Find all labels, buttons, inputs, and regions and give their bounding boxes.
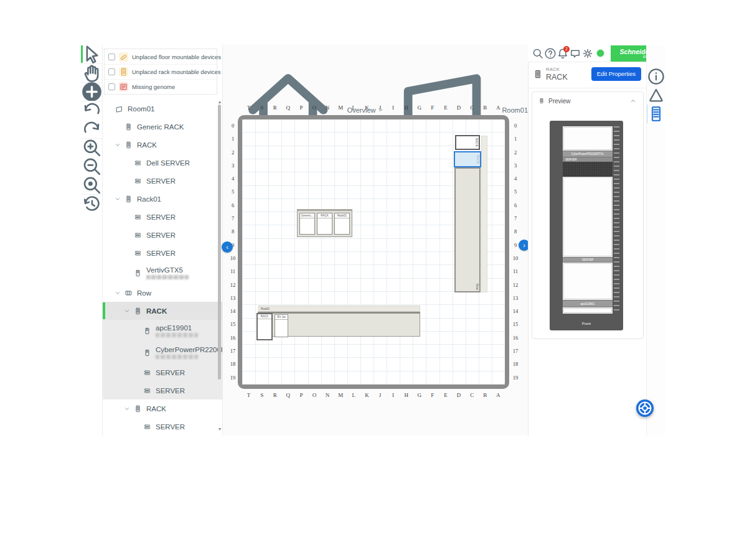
rack-view-tab-button[interactable]: [647, 105, 665, 123]
notifications-button[interactable]: 2: [557, 45, 569, 62]
floor-plan-canvas[interactable]: Overview > Room01 TSRQPONMLKJIHGFEDCBA T…: [223, 45, 528, 436]
canvas-rack-generic[interactable]: Generic...: [299, 213, 315, 235]
avatar[interactable]: [596, 49, 604, 57]
chevron-down-icon[interactable]: [114, 289, 121, 297]
edit-properties-button[interactable]: Edit Properties: [591, 67, 641, 81]
filter-box: Unplaced floor mountable devices Unplace…: [104, 49, 217, 95]
tree-scrollbar[interactable]: [218, 105, 221, 380]
grid-column-label: K: [360, 392, 374, 398]
grid-column-label: R: [268, 105, 281, 111]
tree-item-row[interactable]: Row: [103, 284, 223, 302]
canvas-rack[interactable]: RACK: [455, 135, 480, 150]
canvas-row01-rack2[interactable]: RV Jet: [275, 314, 288, 337]
missing-genome-checkbox[interactable]: [108, 83, 115, 90]
genome-icon: [119, 82, 128, 91]
room-icon: [115, 105, 123, 113]
canvas-rack-group[interactable]: Generic... RACK Rack01: [297, 209, 352, 237]
grid-row-label: 18: [510, 358, 520, 371]
chevron-down-icon[interactable]: [123, 307, 131, 315]
chevron-down-icon[interactable]: [114, 141, 121, 149]
tree-item-generic-rack[interactable]: Generic RACK: [103, 118, 223, 136]
select-tool-button[interactable]: [81, 45, 103, 63]
zoom-reset-button[interactable]: [81, 175, 103, 194]
tree-item-rack[interactable]: RACK: [103, 302, 223, 320]
filter-unplaced-rack[interactable]: Unplaced rack mountable devices: [105, 64, 217, 79]
tree-item-rack01[interactable]: Rack01: [103, 190, 223, 208]
canvas-rack-rack[interactable]: RACK: [317, 213, 332, 235]
tree-item-rack[interactable]: RACK: [103, 136, 223, 154]
info-tab-button[interactable]: [647, 67, 665, 86]
rack-label: RACK: [475, 138, 478, 147]
search-button[interactable]: [532, 45, 544, 62]
tree-item-cyberpowerpr2200r[interactable]: CyberPowerPR2200R...: [103, 342, 223, 363]
unplaced-floor-checkbox[interactable]: [108, 54, 115, 60]
chevron-up-icon[interactable]: [629, 97, 637, 105]
tree-item-server[interactable]: SERVER: [103, 208, 223, 226]
pan-tool-button[interactable]: [81, 63, 103, 82]
grid-column-label: N: [321, 392, 334, 398]
feedback-button[interactable]: [569, 45, 581, 62]
top-bar: 2 Schneider Electric: [528, 45, 665, 62]
grid-row-label: 6: [228, 199, 238, 212]
canvas-row-vertical[interactable]: Row: [454, 167, 481, 292]
grid-row-label: 17: [510, 345, 520, 358]
grid-row-label: 5: [510, 185, 520, 198]
server-icon: [134, 231, 142, 240]
grid-column-label: G: [413, 105, 426, 111]
grid-column-label: O: [308, 105, 321, 111]
tree-item-server[interactable]: SERVER: [103, 172, 223, 190]
grid-column-label: A: [492, 105, 505, 111]
grid-row-label: 13: [228, 292, 238, 305]
scroll-down-icon[interactable]: ▼: [217, 427, 222, 431]
tree-item-server[interactable]: SERVER: [103, 363, 223, 381]
tree-item-vertivgtx5[interactable]: VertivGTX5: [103, 262, 223, 284]
tree-item-server[interactable]: SERVER: [103, 226, 223, 244]
grid-column-label: M: [334, 105, 347, 111]
redo-button[interactable]: [81, 119, 103, 138]
tree-item-server[interactable]: SERVER: [103, 381, 223, 399]
row-label: Row: [476, 284, 479, 290]
add-button[interactable]: [81, 82, 103, 101]
tree-item-server[interactable]: SERVER: [103, 418, 223, 436]
scroll-up-icon[interactable]: ▲: [217, 100, 222, 104]
rack-front-label: Front: [550, 322, 623, 325]
unplaced-rack-checkbox[interactable]: [108, 68, 115, 75]
grid-column-label: E: [439, 392, 452, 398]
tree-item-label: CyberPowerPR2200R...: [156, 346, 223, 353]
filter-unplaced-floor[interactable]: Unplaced floor mountable devices: [105, 49, 217, 64]
canvas-rack-rack01[interactable]: Rack01: [334, 213, 350, 235]
zoom-out-button[interactable]: [81, 157, 103, 175]
grid-row-label: 10: [510, 252, 520, 265]
canvas-rack-selected[interactable]: RACK: [454, 151, 481, 167]
filter-missing-genome[interactable]: Missing genome: [105, 79, 217, 94]
chevron-down-icon[interactable]: [123, 405, 131, 413]
grid-row-label: 7: [510, 212, 520, 225]
undo-button[interactable]: [81, 101, 103, 119]
tree-item-dell-server[interactable]: Dell SERVER: [103, 154, 223, 172]
tree-item-label: RACK: [137, 141, 157, 149]
ups-icon: [134, 269, 142, 278]
settings-button[interactable]: [581, 45, 594, 62]
tree-item-rack[interactable]: RACK: [103, 399, 223, 418]
grid-column-label: S: [255, 392, 268, 398]
selection-type: RACK: [546, 67, 560, 72]
history-button[interactable]: [81, 194, 103, 213]
tree-item-label: SERVER: [156, 369, 185, 376]
server-icon: [134, 177, 142, 185]
grid-column-label: S: [255, 105, 268, 111]
alarms-tab-button[interactable]: [647, 86, 665, 105]
grid-column-label: I: [387, 392, 400, 398]
canvas-row01-rack[interactable]: RACK: [256, 313, 273, 340]
redacted-text: [146, 275, 189, 279]
chevron-down-icon[interactable]: [114, 195, 121, 203]
rack-label: Generic...: [300, 213, 314, 218]
support-fab-button[interactable]: [636, 399, 654, 417]
tree-item-room01[interactable]: Room01: [103, 100, 223, 118]
collapse-left-panel-button[interactable]: ‹: [222, 241, 233, 253]
tree-item-apce19901[interactable]: apcE19901: [103, 320, 223, 342]
help-button[interactable]: [544, 45, 557, 62]
rack-icon: [125, 123, 133, 131]
tree-item-server[interactable]: SERVER: [103, 244, 223, 262]
zoom-in-button[interactable]: [81, 138, 103, 157]
grid-column-label: T: [242, 392, 255, 398]
